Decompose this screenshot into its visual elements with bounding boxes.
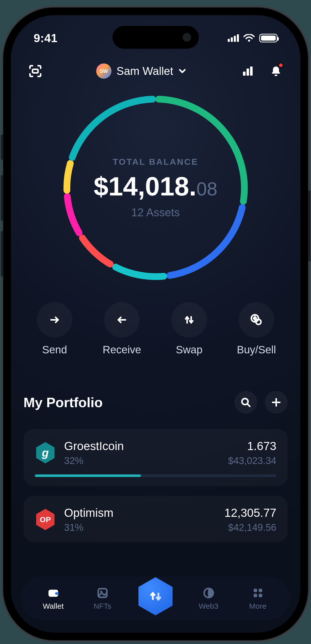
asset-name: GroestIcoin [64, 439, 124, 453]
swap-icon [182, 313, 196, 327]
coin-icon: g [35, 442, 56, 464]
battery-icon [259, 34, 277, 42]
coins-icon [249, 313, 264, 327]
add-button[interactable] [265, 391, 288, 414]
action-label: Send [42, 344, 67, 356]
action-label: Buy/Sell [237, 344, 276, 356]
svg-rect-1 [32, 69, 38, 73]
phone-frame: 9:41 SW [3, 8, 308, 640]
svg-rect-14 [259, 589, 262, 592]
notification-dot [278, 62, 284, 68]
status-right [228, 34, 277, 42]
scan-icon [28, 64, 42, 78]
buy-sell-button[interactable]: Buy/Sell [228, 302, 284, 356]
nav-wallet[interactable]: Wallet [36, 586, 71, 610]
action-label: Swap [176, 344, 202, 356]
asset-pct: 32% [64, 455, 124, 466]
cellular-icon [228, 34, 239, 42]
total-balance-value: $14,018.08 [94, 171, 217, 202]
balance-ring: TOTAL BALANCE $14,018.08 12 Assets [59, 91, 252, 284]
avatar: SW [96, 63, 111, 79]
asset-amount: 1.673 [228, 439, 276, 453]
nav-fab[interactable] [134, 575, 177, 618]
balance-whole: 14,018. [108, 172, 197, 201]
asset-usd: $43,023.34 [228, 455, 276, 466]
wifi-icon [243, 34, 255, 42]
stats-button[interactable] [238, 62, 257, 80]
nav-label: More [249, 602, 266, 610]
svg-rect-13 [254, 589, 257, 592]
notifications-button[interactable] [267, 62, 285, 80]
send-button[interactable]: Send [27, 302, 83, 356]
total-balance-label: TOTAL BALANCE [113, 157, 198, 167]
swap-button[interactable]: Swap [161, 302, 217, 356]
search-button[interactable] [234, 391, 257, 414]
svg-rect-9 [55, 592, 59, 595]
grid-icon [251, 586, 265, 600]
screen: 9:41 SW [11, 15, 300, 633]
svg-point-0 [248, 40, 250, 42]
assets-count: 12 Assets [131, 206, 180, 219]
bar-chart-icon [241, 65, 254, 77]
image-icon [96, 586, 109, 600]
wallet-name: Sam Wallet [117, 65, 173, 77]
svg-rect-4 [250, 67, 253, 76]
nav-label: NFTs [94, 602, 111, 610]
side-button [308, 190, 310, 261]
svg-rect-2 [243, 72, 245, 76]
actions-row: Send Receive Swap [11, 302, 300, 356]
side-button [1, 175, 3, 221]
balance-center: TOTAL BALANCE $14,018.08 12 Assets [59, 91, 252, 284]
nav-web3[interactable]: Web3 [191, 586, 226, 610]
asset-progress [35, 474, 276, 477]
nav-nfts[interactable]: NFTs [85, 586, 120, 610]
swap-icon [147, 587, 165, 605]
asset-row[interactable]: OP Optimism 31% 12,305.77 $42,149.56 [24, 496, 288, 542]
avatar-initials: SW [100, 68, 108, 74]
side-button [1, 231, 3, 277]
portfolio-section: My Portfolio [11, 391, 300, 552]
wallet-icon [46, 586, 60, 600]
svg-rect-15 [254, 594, 257, 597]
asset-row[interactable]: g GroestIcoin 32% 1.673 $43,023.34 [24, 429, 288, 486]
chevron-down-icon [178, 67, 186, 75]
camera-dot [183, 33, 191, 42]
app-header: SW Sam Wallet [11, 56, 300, 86]
scan-button[interactable] [26, 62, 44, 80]
coin-icon: OP [35, 509, 56, 530]
svg-rect-16 [259, 594, 262, 597]
action-label: Receive [103, 344, 141, 356]
bottom-nav: Wallet NFTs [21, 577, 290, 620]
asset-pct: 31% [64, 522, 113, 533]
svg-point-6 [256, 319, 261, 324]
receive-button[interactable]: Receive [94, 302, 150, 356]
asset-usd: $42,149.56 [224, 522, 276, 533]
arrow-right-icon [47, 313, 62, 327]
nav-label: Wallet [43, 602, 63, 610]
wallet-selector[interactable]: SW Sam Wallet [96, 63, 186, 79]
asset-amount: 12,305.77 [224, 506, 276, 520]
plus-icon [271, 397, 282, 408]
dynamic-island [112, 26, 199, 49]
arrow-left-icon [115, 313, 129, 327]
side-button [1, 135, 3, 160]
balance-currency: $ [94, 172, 108, 201]
balance-cents: 08 [197, 178, 217, 200]
search-icon [240, 397, 251, 408]
status-time: 9:41 [34, 31, 58, 45]
asset-name: Optimism [64, 506, 113, 520]
nav-more[interactable]: More [240, 586, 276, 610]
globe-icon [202, 586, 216, 600]
portfolio-title: My Portfolio [24, 394, 103, 410]
nav-label: Web3 [199, 602, 219, 610]
svg-rect-3 [247, 69, 249, 76]
